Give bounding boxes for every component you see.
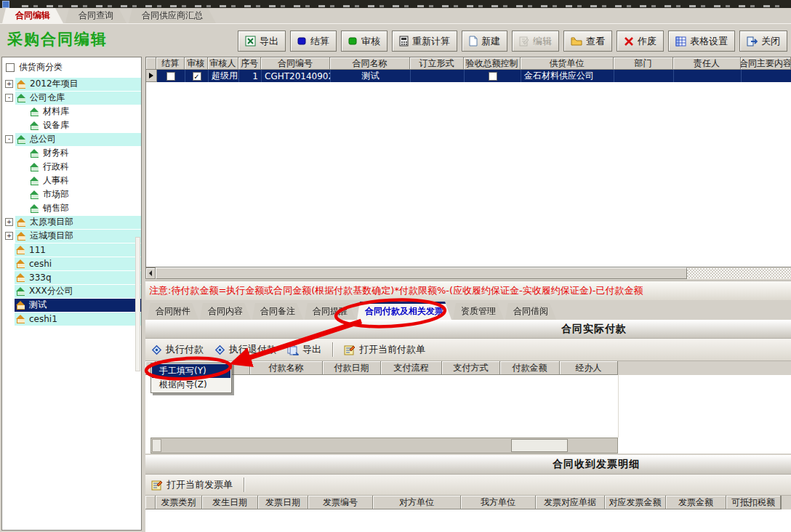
tree-node-row[interactable]: 总公司 <box>15 133 141 146</box>
category-filter-checkbox[interactable] <box>6 63 15 72</box>
tree-node-row[interactable]: 运城项目部 <box>15 230 141 243</box>
expander-icon[interactable]: + <box>5 80 13 88</box>
review-button[interactable]: 审核 <box>341 31 388 52</box>
seq-cell: 1 <box>239 70 262 82</box>
open-invoice-voucher-button[interactable]: 打开当前发票单 <box>151 478 233 491</box>
column-header[interactable]: 支付方式 <box>442 361 500 375</box>
contracts-hscrollbar[interactable] <box>145 267 791 279</box>
column-header[interactable]: 发票对应单据 <box>536 496 605 509</box>
column-header[interactable]: 经办人 <box>560 361 618 375</box>
menu-item-manual-fill[interactable]: 手工填写(Y) <box>152 364 230 378</box>
menu-item-wizard[interactable]: 根据向导(Z) <box>152 378 230 392</box>
column-header[interactable]: 合同名称 <box>330 57 410 70</box>
column-header[interactable]: 部门 <box>614 57 673 70</box>
column-header[interactable]: 合同主要内容 <box>741 57 791 70</box>
supplier-cell: 金石材料供应公司 <box>521 70 614 82</box>
review-cell: ✓ <box>185 70 209 82</box>
tab-qualification-management[interactable]: 资质管理 <box>453 303 504 320</box>
tree-node-row[interactable]: 人事科 <box>28 174 141 188</box>
tree-node-row[interactable]: 太原项目部 <box>15 216 141 229</box>
table-settings-button[interactable]: 表格设置 <box>668 31 735 52</box>
column-header[interactable]: 我方单位 <box>461 496 536 509</box>
column-header[interactable]: 付款金额 <box>500 361 560 375</box>
tab-contract-supplier-summary[interactable]: 合同供应商汇总 <box>129 8 216 23</box>
column-header[interactable]: 审核人 <box>208 57 238 70</box>
column-header[interactable]: 对方单位 <box>373 496 461 509</box>
tree-node-row[interactable]: 材料库 <box>28 105 141 118</box>
expander-icon[interactable]: + <box>5 218 13 226</box>
column-header[interactable]: 发票金额 <box>666 496 726 509</box>
column-header[interactable]: 发生日期 <box>202 496 258 509</box>
void-button[interactable]: 作废 <box>617 31 664 52</box>
export-button[interactable]: 导出 <box>238 31 286 52</box>
column-header[interactable]: 审核 <box>185 57 208 70</box>
payment-hscrollbar[interactable] <box>150 438 618 454</box>
review-checkbox[interactable]: ✓ <box>193 72 201 81</box>
expander-icon[interactable]: - <box>5 94 13 102</box>
column-header[interactable]: 验收总额控制 <box>464 57 521 70</box>
scroll-track[interactable] <box>687 268 791 278</box>
scroll-left-arrow-icon[interactable] <box>145 267 156 279</box>
tab-contract-content[interactable]: 合同内容 <box>200 303 251 320</box>
settle-button[interactable]: 结算 <box>290 31 337 52</box>
settle-checkbox[interactable] <box>166 72 175 81</box>
house-yellow-icon <box>16 301 25 310</box>
accept-checkbox[interactable] <box>489 72 497 81</box>
column-header[interactable]: 结算 <box>156 57 185 70</box>
payment-export-button[interactable]: 导出 <box>287 343 321 356</box>
tree-node-row[interactable]: ceshi1 <box>15 313 141 326</box>
column-header[interactable]: 付款日期 <box>323 361 381 375</box>
column-header[interactable]: 责任人 <box>673 57 741 70</box>
tab-contract-remark[interactable]: 合同备注 <box>252 303 303 320</box>
tree-node-row[interactable]: 设备库 <box>28 119 141 132</box>
tree-node-row[interactable]: 公司仓库 <box>15 92 141 105</box>
tab-contract-attachment[interactable]: 合同附件 <box>148 303 198 320</box>
column-header[interactable]: 支付流程 <box>381 361 442 375</box>
tab-contract-borrow[interactable]: 合同借阅 <box>505 303 556 320</box>
scroll-thumb[interactable] <box>511 439 568 452</box>
execute-payment-button[interactable]: 执行付款 <box>151 343 204 356</box>
tree-node-row[interactable]: 测试 <box>15 299 141 312</box>
tab-contract-reminder[interactable]: 合同提醒 <box>305 303 356 320</box>
recalculate-button[interactable]: 重新计算 <box>392 31 457 52</box>
scroll-left-button[interactable] <box>152 439 161 452</box>
column-header[interactable]: 合同编号 <box>261 57 330 70</box>
sidebar-scrollbar[interactable] <box>135 237 140 371</box>
expander-icon[interactable]: - <box>5 135 13 143</box>
column-header[interactable]: 付款名称 <box>250 361 323 375</box>
column-header[interactable]: 对应发票金额 <box>605 496 666 509</box>
tree-node-row[interactable]: 销售部 <box>28 202 141 215</box>
tree-node-row[interactable]: 333q <box>15 271 141 284</box>
house-yellow-icon <box>16 246 25 254</box>
expander-icon[interactable]: + <box>5 232 13 240</box>
contracts-grid: 结算 审核 审核人 序号 合同编号 合同名称 订立形式 验收总额控制 供货单位 … <box>145 57 791 267</box>
tree-node-row[interactable]: 111 <box>15 243 141 257</box>
tree-node-row[interactable]: 市场部 <box>28 188 141 201</box>
export-pages-icon <box>287 344 299 355</box>
new-button[interactable]: 新建 <box>462 31 507 52</box>
column-header[interactable]: 发票日期 <box>258 496 308 509</box>
column-header[interactable]: 订立形式 <box>410 57 464 70</box>
contract-row-selected[interactable]: ✓ 超级用户 1 CGHT2014090201 测试 金石材料供应公司 <box>146 70 791 82</box>
open-payment-voucher-button[interactable]: 打开当前付款单 <box>344 343 425 356</box>
view-button[interactable]: 查看 <box>563 31 612 52</box>
close-button[interactable]: 关闭 <box>739 31 787 52</box>
exit-door-icon <box>747 36 758 47</box>
scroll-thumb[interactable] <box>156 267 687 279</box>
tree-node-row[interactable]: 财务科 <box>28 147 141 160</box>
tab-contract-payment-invoices[interactable]: 合同付款及相关发票 <box>357 302 451 320</box>
tree-node-row[interactable]: 2012年项目 <box>15 78 141 91</box>
column-header[interactable]: 序号 <box>238 57 261 70</box>
tab-contract-edit[interactable]: 合同编辑 <box>2 8 63 23</box>
house-yellow-icon <box>16 315 25 323</box>
execute-refund-button[interactable]: 执行退付款 <box>214 343 276 356</box>
tree-node-row[interactable]: 行政科 <box>28 161 141 174</box>
tree-node-row[interactable]: ceshi <box>15 257 141 270</box>
column-header[interactable]: 发票类别 <box>156 496 202 509</box>
column-header[interactable]: 发票编号 <box>308 496 373 509</box>
column-header[interactable]: 可抵扣税额 <box>726 496 781 509</box>
tab-contract-query[interactable]: 合同查询 <box>65 8 127 23</box>
column-header[interactable]: 供货单位 <box>521 57 614 70</box>
tree-node-label: 333q <box>29 273 52 283</box>
tree-node-row[interactable]: XXX分公司 <box>15 285 141 298</box>
